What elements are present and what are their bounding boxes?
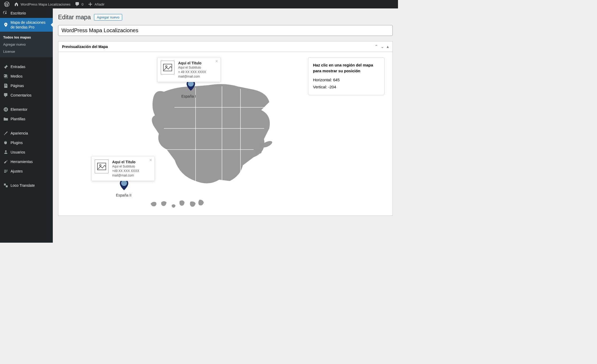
pin-icon [3, 64, 8, 69]
sidebar-submenu: Todos los mapas Agregar nuevo License [0, 32, 53, 57]
comments-icon [3, 93, 8, 98]
close-icon[interactable]: ✕ [215, 59, 218, 63]
admin-sidebar: Escritorio Mapa de ubicaciones de tienda… [0, 8, 53, 243]
popup-subtitle: Aqui el Subtitulo [178, 65, 206, 70]
plugin-icon [3, 140, 8, 145]
site-name: WordPress Mapa Localizaciones [21, 2, 70, 6]
map-spain [148, 76, 275, 192]
svg-rect-13 [97, 163, 106, 170]
marker-label: España I [181, 94, 196, 98]
sidebar-item-loco[interactable]: Loco Translate [0, 181, 53, 190]
popup-phone: + 49 XX XXX XXXX [178, 70, 206, 74]
popup-phone: +49 XX XXX XXXX [112, 169, 139, 173]
sidebar-item-label: Plantillas [11, 117, 25, 121]
svg-point-5 [7, 170, 8, 171]
postbox-title: Previsualización del Mapa [62, 45, 108, 49]
wrench-icon [3, 159, 8, 164]
sidebar-item-label: Medios [11, 74, 22, 78]
position-infobox: Haz clic en una región del mapa para mos… [308, 57, 385, 95]
page-heading: Editar mapa [58, 14, 91, 21]
submenu-all-maps[interactable]: Todos los mapas [0, 34, 53, 41]
admin-bar: WordPress Mapa Localizaciones 0 Añadir [0, 0, 398, 8]
sidebar-item-media[interactable]: Medios [0, 71, 53, 81]
location-popup: ✕ Aqui el Titulo Aqui el Subtitulo + 49 … [157, 57, 221, 82]
sidebar-item-pages[interactable]: Páginas [0, 81, 53, 90]
sidebar-item-label: Herramientas [11, 160, 33, 164]
settings-icon [3, 169, 8, 174]
preview-postbox: Previsualización del Mapa ⌃ ⌄ ▴ [58, 41, 393, 216]
map-canvas[interactable]: España I España II ✕ Aqui el Titulo Aqui… [58, 52, 392, 215]
marker-label: España II [116, 193, 131, 197]
svg-rect-2 [6, 108, 7, 109]
move-down-icon[interactable]: ⌄ [381, 44, 384, 49]
popup-title: Aqui el Titulo [178, 61, 201, 65]
translate-icon [3, 183, 8, 188]
svg-point-8 [256, 151, 262, 154]
sidebar-item-users[interactable]: Usuarios [0, 147, 53, 157]
page-icon [3, 83, 8, 88]
infobox-vertical: Vertical: -204 [313, 85, 380, 89]
comment-icon [75, 2, 80, 7]
sidebar-item-comments[interactable]: Comentarios [0, 90, 53, 100]
sidebar-item-label: Mapa de ubicaciones de tiendas Pro [11, 20, 50, 30]
brush-icon [3, 131, 8, 136]
location-popup: ✕ Aqui el Titulo Aqui el Subtitulo +49 X… [91, 156, 155, 181]
sidebar-item-label: Plugins [11, 141, 23, 145]
sidebar-item-plugins[interactable]: Plugins [0, 138, 53, 147]
svg-rect-11 [163, 64, 172, 71]
content-area: Editar mapa Agregar nuevo Previsualizaci… [53, 8, 398, 243]
sidebar-item-label: Usuarios [11, 150, 25, 154]
svg-point-14 [100, 165, 101, 166]
sidebar-item-settings[interactable]: Ajustes [0, 166, 53, 176]
image-placeholder-icon [95, 160, 108, 173]
popup-title: Aqui el Titulo [112, 160, 135, 164]
sidebar-item-tools[interactable]: Herramientas [0, 157, 53, 166]
sidebar-item-elementor[interactable]: Elementor [0, 105, 53, 114]
title-input[interactable] [58, 25, 393, 36]
submenu-add-new[interactable]: Agregar nuevo [0, 41, 53, 48]
sidebar-item-map-plugin[interactable]: Mapa de ubicaciones de tiendas Pro [0, 18, 53, 32]
home-icon [14, 2, 19, 7]
sidebar-item-label: Comentarios [11, 93, 31, 97]
sidebar-item-label: Entradas [11, 65, 25, 69]
svg-point-6 [4, 172, 5, 173]
location-icon [3, 22, 8, 27]
sidebar-item-label: Apariencia [11, 131, 28, 135]
add-new-label: Añadir [94, 2, 105, 6]
elementor-icon [3, 107, 8, 112]
folder-icon [3, 116, 8, 122]
comments-count: 0 [82, 2, 83, 6]
media-icon [3, 74, 8, 79]
popup-subtitle: Aqui el Subtitulo [112, 164, 139, 169]
svg-rect-4 [6, 110, 7, 111]
move-up-icon[interactable]: ⌃ [375, 44, 378, 49]
user-icon [3, 150, 8, 155]
add-new-link[interactable]: Añadir [86, 2, 107, 7]
map-canary [148, 194, 206, 213]
svg-point-12 [165, 66, 167, 67]
svg-rect-3 [6, 109, 7, 110]
svg-rect-1 [5, 108, 5, 111]
plus-icon [88, 2, 93, 7]
infobox-horizontal: Horizontal: 645 [313, 78, 380, 82]
infobox-instruction: Haz clic en una región del mapa para mos… [313, 62, 380, 74]
image-placeholder-icon [161, 61, 174, 74]
sidebar-item-posts[interactable]: Entradas [0, 62, 53, 71]
sidebar-item-dashboard[interactable]: Escritorio [0, 8, 53, 18]
wp-logo[interactable] [2, 2, 12, 7]
comments-link[interactable]: 0 [73, 2, 86, 7]
close-icon[interactable]: ✕ [149, 158, 152, 162]
wordpress-icon [4, 2, 10, 7]
submenu-license[interactable]: License [0, 48, 53, 55]
svg-point-10 [121, 180, 127, 186]
sidebar-item-label: Loco Translate [11, 183, 35, 188]
sidebar-item-label: Escritorio [11, 11, 26, 15]
site-link[interactable]: WordPress Mapa Localizaciones [12, 2, 73, 7]
sidebar-item-templates[interactable]: Plantillas [0, 114, 53, 124]
toggle-icon[interactable]: ▴ [387, 44, 389, 49]
sidebar-item-appearance[interactable]: Apariencia [0, 128, 53, 138]
dashboard-icon [3, 11, 8, 16]
popup-email: mail@mail.com [112, 173, 139, 178]
sidebar-item-label: Ajustes [11, 169, 23, 173]
add-new-button[interactable]: Agregar nuevo [94, 14, 122, 21]
